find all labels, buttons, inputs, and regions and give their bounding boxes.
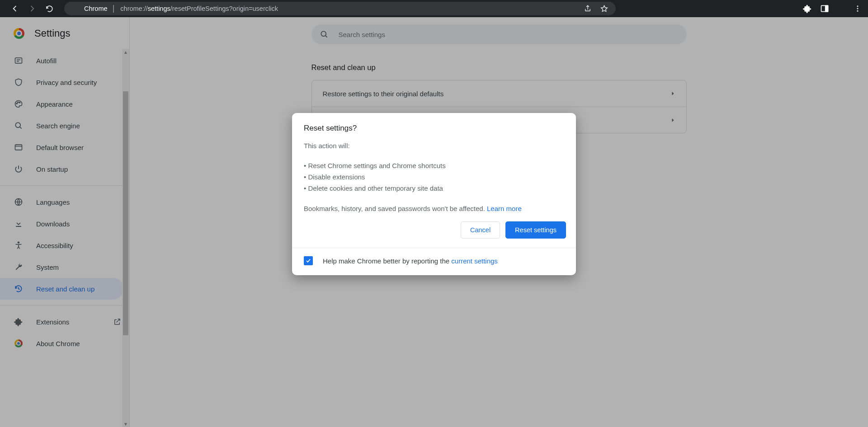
svg-point-4 xyxy=(857,10,859,12)
dialog-bullet: Delete cookies and other temporary site … xyxy=(304,183,564,194)
url-text: chrome://settings/resetProfileSettings?o… xyxy=(120,5,278,12)
address-separator: │ xyxy=(112,5,116,12)
report-checkbox[interactable] xyxy=(304,256,313,265)
toolbar-right xyxy=(789,4,862,13)
dialog-lead: This action will: xyxy=(304,142,564,150)
dialog-title: Reset settings? xyxy=(304,124,564,133)
address-bar[interactable]: Chrome │ chrome://settings/resetProfileS… xyxy=(64,2,616,15)
learn-more-link[interactable]: Learn more xyxy=(485,205,522,212)
current-settings-link[interactable]: current settings xyxy=(451,257,498,265)
side-panel-icon[interactable] xyxy=(820,4,829,13)
dialog-bullet: Reset Chrome settings and Chrome shortcu… xyxy=(304,160,564,172)
dialog-footer-text: Help make Chrome better by reporting the… xyxy=(323,257,498,265)
svg-rect-1 xyxy=(826,5,828,11)
forward-button[interactable] xyxy=(24,0,41,17)
chrome-menu-icon[interactable] xyxy=(854,5,862,13)
svg-point-3 xyxy=(857,8,859,9)
site-label: Chrome xyxy=(84,5,108,12)
dialog-paragraph: Bookmarks, history, and saved passwords … xyxy=(304,205,564,212)
cancel-button[interactable]: Cancel xyxy=(461,221,500,239)
extensions-icon[interactable] xyxy=(803,4,812,13)
back-button[interactable] xyxy=(6,0,24,17)
share-icon[interactable] xyxy=(583,4,592,13)
reset-settings-dialog: Reset settings? This action will: Reset … xyxy=(292,113,576,275)
dialog-bullet: Disable extensions xyxy=(304,172,564,183)
reload-button[interactable] xyxy=(41,0,58,17)
page-root: Settings AutofillPrivacy and securityApp… xyxy=(0,17,868,427)
svg-point-2 xyxy=(857,5,859,7)
reset-settings-button[interactable]: Reset settings xyxy=(505,221,566,239)
dialog-bullets: Reset Chrome settings and Chrome shortcu… xyxy=(304,160,564,194)
chrome-site-icon xyxy=(71,5,80,13)
bookmark-star-icon[interactable] xyxy=(599,4,609,13)
browser-top-bar: Chrome │ chrome://settings/resetProfileS… xyxy=(0,0,868,17)
